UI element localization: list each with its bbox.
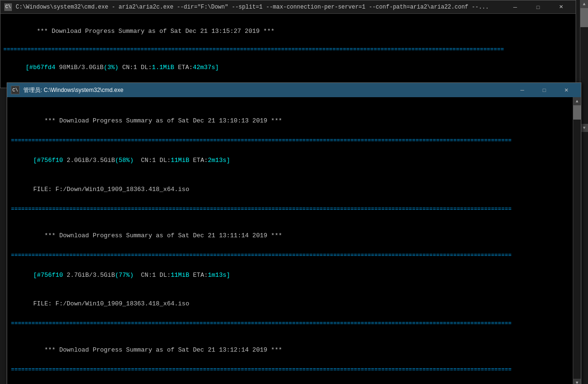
separator-2: ========================================… bbox=[11, 251, 570, 260]
progress-line-3: [#756f10 3.3GiB/3.5GiB(95%) CN:1 DL:10Mi… bbox=[11, 375, 570, 384]
front-scroll-up[interactable]: ▲ bbox=[573, 97, 581, 105]
front-scroll-track[interactable] bbox=[573, 105, 581, 379]
section-header-3: *** Download Progress Summary as of Sat … bbox=[11, 336, 570, 364]
progress-line-2: [#756f10 2.7GiB/3.5GiB(77%) CN:1 DL:11Mi… bbox=[11, 261, 570, 289]
front-scrollbar[interactable]: ▲ ▼ bbox=[573, 97, 581, 384]
bg-close-button[interactable]: ✕ bbox=[550, 0, 572, 14]
file-line-1: FILE: F:/Down/Win10_1909_18363.418_x64.i… bbox=[11, 175, 570, 203]
front-scroll-thumb[interactable] bbox=[573, 105, 581, 120]
bg-scroll-down[interactable]: ▼ bbox=[580, 124, 588, 132]
separator-2b: ========================================… bbox=[11, 319, 570, 328]
bg-section-header: *** Download Progress Summary as of Sat … bbox=[3, 19, 566, 45]
progress-line-1: [#756f10 2.0GiB/3.5GiB(58%) CN:1 DL:11Mi… bbox=[11, 146, 570, 175]
bg-window-title: C:\Windows\system32\cmd.exe - aria2\aria… bbox=[16, 4, 504, 10]
front-window-title: 管理员: C:\Windows\system32\cmd.exe bbox=[23, 86, 511, 94]
background-cmd-window: C\ C:\Windows\system32\cmd.exe - aria2\a… bbox=[0, 0, 576, 88]
file-line-2: FILE: F:/Down/Win10_1909_18363.418_x64.i… bbox=[11, 290, 570, 318]
front-minimize-button[interactable]: ─ bbox=[511, 83, 533, 97]
front-window-icon: C\ bbox=[11, 86, 20, 94]
bg-maximize-button[interactable]: □ bbox=[527, 0, 549, 14]
front-maximize-button[interactable]: □ bbox=[533, 83, 555, 97]
bg-cmd-content: *** Download Progress Summary as of Sat … bbox=[0, 14, 576, 88]
bg-scrollbar[interactable]: ▲ ▼ bbox=[580, 0, 588, 88]
bg-scroll-up[interactable]: ▲ bbox=[580, 0, 588, 8]
front-title-bar: C\ 管理员: C:\Windows\system32\cmd.exe ─ □ … bbox=[7, 83, 581, 97]
bg-minimize-button[interactable]: ─ bbox=[504, 0, 526, 14]
separator-1: ========================================… bbox=[11, 136, 570, 145]
front-win-controls: ─ □ ✕ bbox=[511, 83, 577, 97]
section-header-1: *** Download Progress Summary as of Sat … bbox=[11, 107, 570, 135]
bg-progress-line-1: [#b67fd4 98MiB/3.0GiB(3%) CN:1 DL:1.1MiB… bbox=[3, 54, 566, 81]
separator-1b: ========================================… bbox=[11, 205, 570, 214]
section-header-2: *** Download Progress Summary as of Sat … bbox=[11, 221, 570, 250]
front-cmd-content: *** Download Progress Summary as of Sat … bbox=[7, 97, 581, 384]
bg-win-controls: ─ □ ✕ bbox=[504, 0, 572, 14]
bg-scroll-thumb[interactable] bbox=[580, 8, 588, 27]
bg-separator-1: ========================================… bbox=[3, 46, 566, 54]
front-cmd-window: C\ 管理员: C:\Windows\system32\cmd.exe ─ □ … bbox=[7, 82, 581, 384]
bg-window-icon: C\ bbox=[4, 3, 12, 11]
front-scroll-down[interactable]: ▼ bbox=[573, 379, 581, 384]
front-close-button[interactable]: ✕ bbox=[555, 83, 577, 97]
separator-3: ========================================… bbox=[11, 365, 570, 374]
bg-title-bar: C\ C:\Windows\system32\cmd.exe - aria2\a… bbox=[0, 0, 576, 14]
